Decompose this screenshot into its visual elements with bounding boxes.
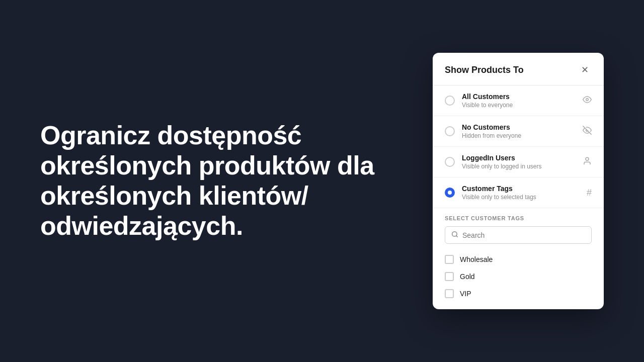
modal-body: All Customers Visible to everyone No xyxy=(433,85,604,309)
svg-point-2 xyxy=(586,157,589,160)
option-text-customer-tags: Customer Tags Visible only to selected t… xyxy=(462,185,583,201)
option-text-loggedin-users: LoggedIn Users Visible only to logged in… xyxy=(462,154,579,170)
option-all-customers[interactable]: All Customers Visible to everyone xyxy=(433,85,604,116)
modal-title: Show Products To xyxy=(445,65,524,75)
option-label-all-customers: All Customers xyxy=(462,93,579,101)
option-sublabel-customer-tags: Visible only to selected tags xyxy=(462,194,583,201)
tag-item-gold[interactable]: Gold xyxy=(445,268,592,285)
option-label-customer-tags: Customer Tags xyxy=(462,185,583,193)
close-button[interactable]: ✕ xyxy=(578,63,592,77)
radio-loggedin-users xyxy=(445,157,455,167)
svg-point-0 xyxy=(586,99,589,101)
modal-header: Show Products To ✕ xyxy=(433,53,604,85)
option-text-all-customers: All Customers Visible to everyone xyxy=(462,93,579,109)
hash-icon: # xyxy=(587,188,592,198)
option-text-no-customers: No Customers Hidden from everyone xyxy=(462,123,579,139)
left-panel: Ogranicz dostępność określonych produktó… xyxy=(40,121,433,241)
tag-item-vip[interactable]: VIP xyxy=(445,285,592,302)
hero-text: Ogranicz dostępność określonych produktó… xyxy=(40,121,403,241)
checkbox-vip[interactable] xyxy=(445,289,454,298)
modal: Show Products To ✕ All Customers Visible… xyxy=(433,53,604,309)
tags-section: SELECT CUSTOMER TAGS Whole xyxy=(433,208,604,309)
radio-inner-customer-tags xyxy=(448,191,452,195)
radio-customer-tags xyxy=(445,188,455,198)
checkbox-gold[interactable] xyxy=(445,272,454,281)
option-sublabel-no-customers: Hidden from everyone xyxy=(462,132,579,139)
tags-section-label: SELECT CUSTOMER TAGS xyxy=(445,215,592,221)
option-sublabel-loggedin-users: Visible only to logged in users xyxy=(462,163,579,170)
tag-item-wholesale[interactable]: Wholesale xyxy=(445,251,592,268)
tag-label-vip: VIP xyxy=(460,290,471,298)
search-icon xyxy=(451,231,458,239)
eye-slash-icon xyxy=(583,126,592,137)
checkbox-wholesale[interactable] xyxy=(445,255,454,264)
option-no-customers[interactable]: No Customers Hidden from everyone xyxy=(433,116,604,147)
option-label-loggedin-users: LoggedIn Users xyxy=(462,154,579,162)
right-panel: Show Products To ✕ All Customers Visible… xyxy=(433,53,604,309)
eye-icon xyxy=(583,95,592,106)
page-layout: Ogranicz dostępność określonych produktó… xyxy=(0,0,644,362)
radio-all-customers xyxy=(445,96,455,106)
search-input[interactable] xyxy=(462,231,585,239)
option-customer-tags[interactable]: Customer Tags Visible only to selected t… xyxy=(433,177,604,208)
tag-label-gold: Gold xyxy=(460,273,475,281)
radio-no-customers xyxy=(445,126,455,136)
search-box[interactable] xyxy=(445,226,592,244)
tag-label-wholesale: Wholesale xyxy=(460,255,493,263)
option-sublabel-all-customers: Visible to everyone xyxy=(462,102,579,109)
option-loggedin-users[interactable]: LoggedIn Users Visible only to logged in… xyxy=(433,147,604,177)
svg-line-4 xyxy=(456,236,458,237)
user-icon xyxy=(583,156,592,167)
option-label-no-customers: No Customers xyxy=(462,123,579,131)
